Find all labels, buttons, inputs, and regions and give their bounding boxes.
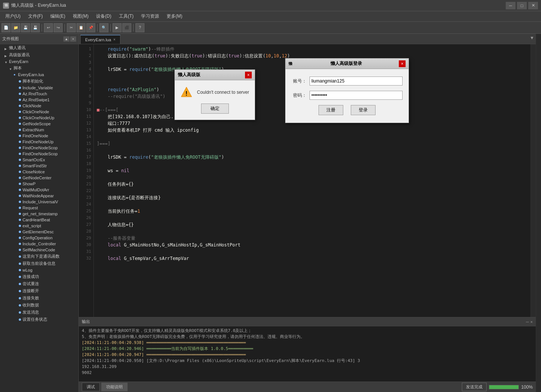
- sidebar-item-cardheartbeat[interactable]: CardHeartBeat: [0, 217, 78, 223]
- username-input[interactable]: [310, 77, 403, 86]
- sidebar-item-showp[interactable]: ShowP: [0, 181, 78, 187]
- sidebar-ctrl-1[interactable]: ▲: [63, 36, 69, 42]
- sidebar-item-wlog[interactable]: wLog: [0, 267, 78, 273]
- sidebar-item-settask[interactable]: 设置任务状态: [0, 316, 78, 323]
- sidebar-item-rndswipe[interactable]: Az.RndSwipe1: [0, 97, 78, 103]
- menu-view[interactable]: 视图(M): [69, 12, 92, 21]
- dot-icon: [19, 213, 21, 215]
- line-numbers: 1 2 3 4 5 6 7 8 9 10 11 12 13 14 15 16 1…: [79, 44, 94, 317]
- tb-cut[interactable]: ✂: [67, 23, 76, 32]
- close-button[interactable]: ✕: [528, 2, 538, 9]
- tab-function-desc[interactable]: 功能说明: [101, 383, 128, 391]
- tb-save[interactable]: 💾: [21, 23, 30, 32]
- sidebar-item-smartocrex[interactable]: SmartOcrEx: [0, 157, 78, 163]
- code-line-27: 人物信息={}: [97, 221, 527, 228]
- sidebar-item-exitscript[interactable]: exit_script: [0, 223, 78, 229]
- sidebar-item-clickonenodeup[interactable]: ClickOneNodeUp: [0, 115, 78, 121]
- sidebar-ctrl-2[interactable]: ×: [70, 36, 76, 42]
- sidebar-item-script[interactable]: 脚本: [0, 65, 78, 72]
- minimize-button[interactable]: ─: [506, 2, 515, 9]
- login-button[interactable]: 登录: [351, 105, 376, 115]
- tab-close-button[interactable]: ×: [113, 38, 116, 42]
- line-num-21: 21: [79, 181, 93, 188]
- sidebar-item-closenotice[interactable]: CloseNotice: [0, 169, 78, 175]
- sidebar-item-findonenodescop1[interactable]: FindOneNodeScop: [0, 145, 78, 151]
- sidebar-item-clicknode[interactable]: ClickNode: [0, 103, 78, 109]
- tb-run[interactable]: ▶: [113, 23, 122, 32]
- maximize-button[interactable]: □: [517, 2, 527, 9]
- menu-more[interactable]: 更多(M): [163, 12, 186, 21]
- tb-redo[interactable]: ↪: [54, 23, 63, 32]
- sidebar-item-disconnect[interactable]: 连接断开: [0, 287, 78, 294]
- sidebar-item-configop[interactable]: ConfigOperation: [0, 235, 78, 241]
- tb-stop[interactable]: ⬛: [122, 23, 131, 32]
- sidebar-item-request[interactable]: Request: [0, 205, 78, 211]
- send-complete-button[interactable]: 发送完成: [462, 383, 487, 391]
- menu-user[interactable]: 用户(U): [2, 12, 24, 21]
- tab-everyearn[interactable]: EveryEarn.lua ×: [80, 35, 120, 44]
- sidebar-item-connected[interactable]: 连接成功: [0, 273, 78, 280]
- sidebar-label: GetNodeScope: [23, 122, 51, 126]
- sidebar-item-include-var[interactable]: Include_Variable: [0, 85, 78, 91]
- tab-bar: EveryEarn.lua × ▼: [79, 34, 536, 44]
- sidebar-item-findonenodescop2[interactable]: FindOneNodeScop: [0, 151, 78, 157]
- sidebar-item-everyearn-lua[interactable]: ● EveryEarn.lua: [0, 72, 78, 78]
- sidebar-item-recvdata[interactable]: 收到数据: [0, 302, 78, 309]
- sidebar-item-getdevice[interactable]: 获取当前设备信息: [0, 260, 78, 267]
- tb-help[interactable]: ?: [135, 23, 144, 32]
- menu-device[interactable]: 设备(D): [92, 12, 115, 21]
- sidebar-item-waitnodeappear[interactable]: WaitNodeAppear: [0, 193, 78, 199]
- dot-icon: [19, 249, 21, 251]
- sidebar-item-init[interactable]: 脚本初始化: [0, 78, 78, 85]
- sidebar-item-retry[interactable]: 尝试重连: [0, 280, 78, 287]
- menu-edit[interactable]: 编辑(E): [47, 12, 69, 21]
- tab-arrow-icon[interactable]: ▼: [530, 35, 534, 41]
- tb-open[interactable]: 📁: [11, 23, 20, 32]
- sidebar-item-everyearn[interactable]: EveryEarn: [0, 59, 78, 65]
- sidebar-item-findonenodeup[interactable]: FindOneNodeUp: [0, 139, 78, 145]
- sidebar-item-getelementdesc[interactable]: GetElementDesc: [0, 229, 78, 235]
- tb-paste[interactable]: 📌: [86, 23, 95, 32]
- register-button[interactable]: 注册: [319, 105, 343, 115]
- line-num-18: 18: [79, 161, 93, 167]
- line-num-6: 6: [79, 80, 93, 86]
- sidebar-item-rndtouch[interactable]: Az.RndTouch: [0, 91, 78, 97]
- editor-scrollbar[interactable]: [530, 44, 536, 317]
- dot-icon: [19, 159, 21, 161]
- password-input[interactable]: [310, 91, 403, 100]
- code-line-1: require("swarm")--蜂群插件: [97, 46, 527, 53]
- tab-debug[interactable]: 调试: [82, 383, 100, 391]
- sidebar-item-extractnum[interactable]: ExtractNum: [0, 127, 78, 133]
- login-close-button[interactable]: ×: [399, 60, 406, 67]
- sidebar-item-sendmsg[interactable]: 发送消息: [0, 309, 78, 316]
- sidebar-item-connfail[interactable]: 连接失败: [0, 294, 78, 302]
- alert-close-button[interactable]: ×: [245, 72, 252, 78]
- sidebar-item-getnodecenter[interactable]: GetNodeCenter: [0, 175, 78, 181]
- sidebar-item-includecontroller[interactable]: Include_Controller: [0, 241, 78, 247]
- menu-tools[interactable]: 工具(T): [115, 12, 137, 21]
- tb-copy[interactable]: 📋: [77, 23, 86, 32]
- sidebar-item-includeuniv[interactable]: Include_UniversalV: [0, 199, 78, 205]
- menu-file[interactable]: 文件(F): [24, 12, 47, 21]
- sidebar-label: 脚本初始化: [23, 78, 43, 84]
- sidebar-item-waitmuldotarr[interactable]: WaitMulDotArr: [0, 187, 78, 193]
- sidebar-item-smartfindstr[interactable]: SmartFindStr: [0, 163, 78, 169]
- output-ctrl-min[interactable]: ─: [526, 320, 529, 324]
- sidebar-item-lazytongxun[interactable]: 懒人通讯: [0, 44, 78, 51]
- menu-learn[interactable]: 学习资源: [137, 12, 163, 21]
- tb-save2[interactable]: 💾: [31, 23, 40, 32]
- tb-new[interactable]: 📄: [2, 23, 11, 32]
- tb-undo[interactable]: ↩: [44, 23, 53, 32]
- sidebar-item-selfmachinecode[interactable]: SelfMachineCode: [0, 247, 78, 253]
- sidebar-item-getnodescope[interactable]: GetNodeScope: [0, 121, 78, 127]
- sidebar-item-gettimestamp[interactable]: get_net_timestamp: [0, 211, 78, 217]
- sidebar-item-tongxun[interactable]: 这里向下是通讯函数: [0, 253, 78, 260]
- output-ctrl-close[interactable]: ×: [530, 320, 533, 324]
- right-panel: [536, 34, 541, 392]
- sidebar-item-findonenode[interactable]: FindOneNode: [0, 133, 78, 139]
- tb-search[interactable]: 🔍: [99, 23, 108, 32]
- alert-ok-button[interactable]: 确定: [201, 104, 229, 114]
- sidebar-item-gaojibantongxun[interactable]: 高级版通讯: [0, 51, 78, 59]
- sidebar-item-clickonenode[interactable]: ClickOneNode: [0, 109, 78, 115]
- toolbar: 📄 📁 💾 💾 ↩ ↪ ✂ 📋 📌 🔍 ▶ ⬛ ?: [0, 22, 541, 34]
